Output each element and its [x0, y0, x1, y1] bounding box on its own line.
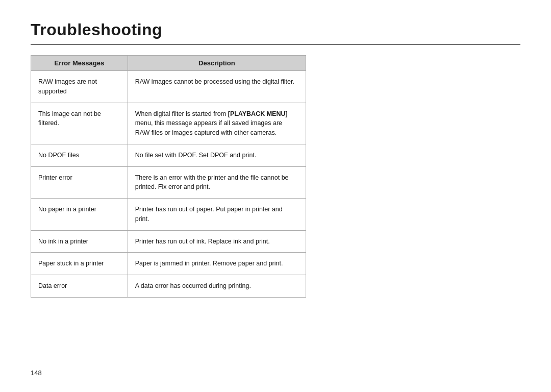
error-message: Printer error	[31, 166, 128, 199]
error-description: RAW images cannot be processed using the…	[128, 71, 306, 103]
error-description: No file set with DPOF. Set DPOF and prin…	[128, 144, 306, 166]
error-description: Printer has run out of paper. Put paper …	[128, 199, 306, 231]
table-row: No DPOF files No file set with DPOF. Set…	[31, 144, 306, 166]
table-row: Paper stuck in a printer Paper is jammed…	[31, 253, 306, 275]
table-row: No paper in a printer Printer has run ou…	[31, 199, 306, 231]
table-row: No ink in a printer Printer has run out …	[31, 230, 306, 253]
col-header-description: Description	[128, 56, 306, 71]
col-header-error: Error Messages	[31, 56, 128, 71]
table-row: Printer error There is an error with the…	[31, 166, 306, 199]
error-message: Data error	[31, 275, 128, 298]
error-description: There is an error with the printer and t…	[128, 166, 306, 199]
title-divider	[31, 44, 520, 45]
error-message: No paper in a printer	[31, 199, 128, 231]
table-row: This image can not be filtered. When dig…	[31, 103, 306, 144]
page-number: 148	[31, 369, 42, 377]
error-description: Printer has run out of ink. Replace ink …	[128, 230, 306, 253]
error-message: This image can not be filtered.	[31, 103, 128, 144]
error-message: RAW images are not supported	[31, 71, 128, 103]
error-description: A data error has occurred during printin…	[128, 275, 306, 298]
error-message: Paper stuck in a printer	[31, 253, 128, 275]
error-description: When digital filter is started from [PLA…	[128, 103, 306, 144]
page-title: Troubleshooting	[31, 20, 520, 39]
error-message: No DPOF files	[31, 144, 128, 166]
table-row: Data error A data error has occurred dur…	[31, 275, 306, 298]
error-description: Paper is jammed in printer. Remove paper…	[128, 253, 306, 275]
troubleshooting-table: Error Messages Description RAW images ar…	[31, 55, 306, 298]
error-message: No ink in a printer	[31, 230, 128, 253]
table-row: RAW images are not supported RAW images …	[31, 71, 306, 103]
bold-text: [PLAYBACK MENU]	[228, 110, 288, 117]
